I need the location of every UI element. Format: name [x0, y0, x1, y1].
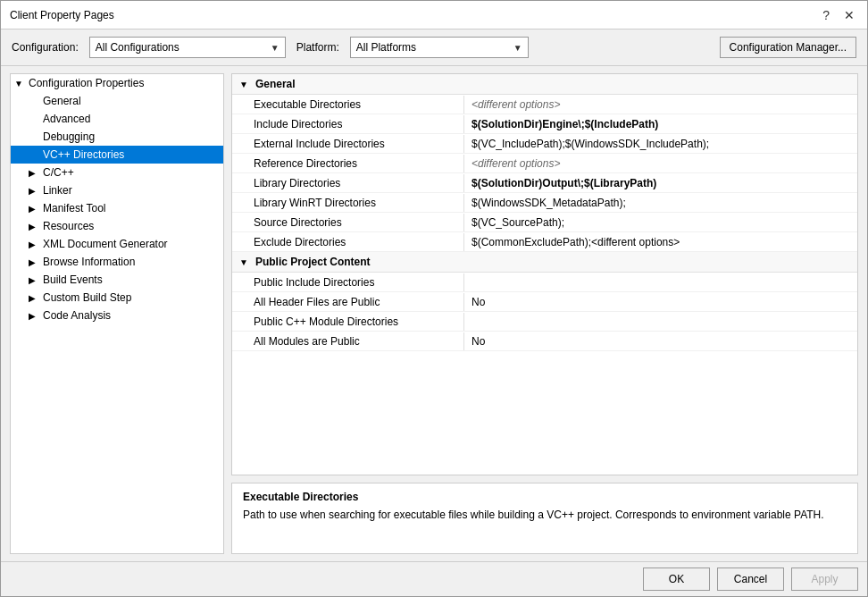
- prop-value: <different options>: [464, 96, 857, 114]
- prop-name: All Modules are Public: [232, 332, 464, 350]
- prop-row[interactable]: All Modules are PublicNo: [232, 332, 857, 351]
- tree-item-label: Code Analysis: [43, 309, 111, 322]
- prop-row[interactable]: Reference Directories<different options>: [232, 154, 857, 173]
- tree-item-cpp[interactable]: ▶C/C++: [11, 164, 223, 181]
- tree-item-resources[interactable]: ▶Resources: [11, 217, 223, 235]
- config-value: All Configurations: [96, 41, 179, 54]
- tree-item-label: Advanced: [43, 113, 90, 125]
- arrow-icon: ▶: [29, 240, 39, 249]
- prop-name: Executable Directories: [232, 96, 464, 114]
- button-row: OK Cancel Apply: [1, 561, 867, 596]
- right-panel: ▼GeneralExecutable Directories<different…: [231, 73, 858, 554]
- section-header-general[interactable]: ▼General: [232, 74, 857, 95]
- section-title: Public Project Content: [255, 256, 371, 268]
- prop-name: External Include Directories: [232, 135, 464, 153]
- tree-item-debugging[interactable]: Debugging: [11, 128, 223, 146]
- tree-item-xml-doc[interactable]: ▶XML Document Generator: [11, 235, 223, 253]
- prop-name: Reference Directories: [232, 155, 464, 172]
- prop-row[interactable]: Executable Directories<different options…: [232, 95, 857, 114]
- tree-item-label: Manifest Tool: [43, 202, 105, 214]
- tree-item-config-props[interactable]: ▼Configuration Properties: [11, 74, 223, 92]
- prop-row[interactable]: Public C++ Module Directories: [232, 312, 857, 332]
- prop-row[interactable]: Library Directories$(SolutionDir)Output\…: [232, 173, 857, 193]
- main-content: ▼Configuration PropertiesGeneralAdvanced…: [1, 66, 867, 561]
- prop-value: $(SolutionDir)Output\;$(LibraryPath): [464, 174, 857, 192]
- left-panel: ▼Configuration PropertiesGeneralAdvanced…: [10, 73, 224, 554]
- platform-label: Platform:: [296, 41, 339, 54]
- tree-item-build-events[interactable]: ▶Build Events: [11, 271, 223, 289]
- tree-item-manifest-tool[interactable]: ▶Manifest Tool: [11, 199, 223, 217]
- section-collapse-icon: ▼: [239, 257, 248, 267]
- prop-row[interactable]: All Header Files are PublicNo: [232, 292, 857, 312]
- prop-name: All Header Files are Public: [232, 293, 464, 311]
- tree-item-label: C/C++: [43, 166, 74, 179]
- arrow-icon: ▶: [29, 204, 39, 214]
- prop-name: Public C++ Module Directories: [232, 313, 464, 331]
- section-title: General: [255, 78, 296, 90]
- prop-name: Library WinRT Directories: [232, 194, 464, 212]
- arrow-icon: ▶: [29, 311, 39, 321]
- close-button[interactable]: ✕: [840, 8, 858, 22]
- tree-item-label: Debugging: [43, 130, 95, 143]
- prop-value: $(CommonExcludePath);<different options>: [464, 233, 857, 251]
- config-row: Configuration: All Configurations ▼ Plat…: [1, 29, 867, 66]
- prop-name: Include Directories: [232, 115, 464, 133]
- arrow-icon: ▶: [29, 168, 39, 178]
- dialog-title: Client Property Pages: [10, 9, 114, 21]
- prop-row[interactable]: Include Directories$(SolutionDir)Engine\…: [232, 114, 857, 134]
- prop-row[interactable]: Library WinRT Directories$(WindowsSDK_Me…: [232, 193, 857, 213]
- tree-item-custom-build[interactable]: ▶Custom Build Step: [11, 289, 223, 307]
- prop-value: [464, 280, 857, 285]
- prop-value: $(WindowsSDK_MetadataPath);: [464, 194, 857, 212]
- cancel-button[interactable]: Cancel: [717, 568, 784, 591]
- prop-value: $(VC_IncludePath);$(WindowsSDK_IncludePa…: [464, 135, 857, 153]
- arrow-icon: ▼: [14, 79, 25, 88]
- config-manager-button[interactable]: Configuration Manager...: [720, 37, 856, 58]
- prop-name: Public Include Directories: [232, 273, 464, 291]
- arrow-icon: ▶: [29, 293, 39, 303]
- tree-item-label: XML Document Generator: [43, 238, 168, 250]
- tree-item-code-analysis[interactable]: ▶Code Analysis: [11, 307, 223, 324]
- apply-button[interactable]: Apply: [791, 568, 858, 591]
- tree-item-label: General: [43, 95, 81, 107]
- arrow-icon: ▶: [29, 222, 39, 231]
- desc-title: Executable Directories: [243, 491, 847, 503]
- arrow-icon: ▶: [29, 186, 39, 196]
- description-panel: Executable Directories Path to use when …: [231, 483, 858, 554]
- prop-name: Exclude Directories: [232, 233, 464, 251]
- tree-item-label: Build Events: [43, 273, 103, 286]
- tree-item-label: Custom Build Step: [43, 291, 131, 304]
- tree-item-linker[interactable]: ▶Linker: [11, 181, 223, 199]
- ok-button[interactable]: OK: [643, 568, 710, 591]
- platform-arrow-icon: ▼: [513, 43, 522, 53]
- prop-value: No: [464, 293, 857, 311]
- prop-row[interactable]: Source Directories$(VC_SourcePath);: [232, 213, 857, 232]
- prop-value: $(VC_SourcePath);: [464, 214, 857, 231]
- tree-item-label: Configuration Properties: [29, 77, 144, 89]
- prop-value: [464, 319, 857, 324]
- prop-row[interactable]: External Include Directories$(VC_Include…: [232, 134, 857, 154]
- prop-row[interactable]: Public Include Directories: [232, 273, 857, 292]
- tree-item-advanced[interactable]: Advanced: [11, 110, 223, 128]
- prop-name: Source Directories: [232, 214, 464, 231]
- desc-text: Path to use when searching for executabl…: [243, 507, 847, 523]
- arrow-icon: ▶: [29, 257, 39, 267]
- dialog-window: Client Property Pages ? ✕ Configuration:…: [0, 0, 868, 597]
- platform-select[interactable]: All Platforms ▼: [350, 37, 529, 58]
- tree-item-vcpp-directories[interactable]: VC++ Directories: [11, 146, 223, 164]
- prop-value: $(SolutionDir)Engine\;$(IncludePath): [464, 115, 857, 133]
- config-select[interactable]: All Configurations ▼: [89, 37, 286, 58]
- section-header-public-project[interactable]: ▼Public Project Content: [232, 252, 857, 273]
- prop-row[interactable]: Exclude Directories$(CommonExcludePath);…: [232, 232, 857, 252]
- tree-item-label: Linker: [43, 184, 72, 197]
- prop-value: No: [464, 332, 857, 350]
- config-arrow-icon: ▼: [271, 43, 280, 53]
- prop-name: Library Directories: [232, 174, 464, 192]
- prop-value: <different options>: [464, 155, 857, 172]
- tree-item-label: Resources: [43, 220, 94, 232]
- help-button[interactable]: ?: [819, 8, 833, 22]
- tree-item-general[interactable]: General: [11, 92, 223, 110]
- tree-item-label: Browse Information: [43, 256, 135, 268]
- tree-item-browse-info[interactable]: ▶Browse Information: [11, 253, 223, 271]
- properties-panel: ▼GeneralExecutable Directories<different…: [231, 73, 858, 475]
